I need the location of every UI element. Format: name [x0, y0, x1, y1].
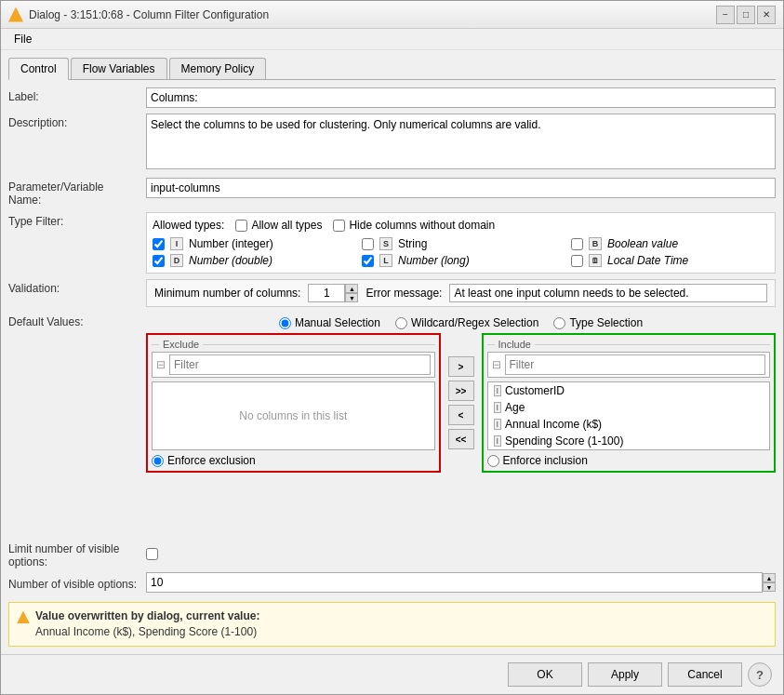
spin-up-button[interactable]: ▲: [345, 284, 358, 293]
include-title-row: Include: [487, 339, 771, 350]
exclude-title: Exclude: [159, 339, 203, 350]
type-string-checkbox[interactable]: [362, 238, 374, 250]
item-label: Spending Score (1-100): [505, 434, 623, 448]
type-string-badge: S: [379, 237, 392, 250]
transfer-buttons: > >> < <<: [445, 333, 478, 473]
wildcard-selection-radio[interactable]: [395, 317, 407, 329]
tab-memory-policy[interactable]: Memory Policy: [169, 58, 267, 79]
type-long-checkbox[interactable]: [362, 255, 374, 267]
param-name-caption: Parameter/Variable Name:: [8, 178, 139, 207]
enforce-inclusion-radio[interactable]: [487, 455, 499, 467]
warning-text-bold: Value overwritten by dialog, current val…: [35, 609, 259, 622]
allow-all-types-checkbox[interactable]: [235, 220, 247, 232]
num-visible-spin-down[interactable]: ▼: [763, 582, 776, 592]
type-double-checkbox[interactable]: [153, 255, 165, 267]
exclude-list[interactable]: No columns in this list: [152, 381, 435, 450]
type-boolean-item[interactable]: B Boolean value: [571, 237, 769, 250]
item-badge: I: [494, 419, 502, 430]
include-filter-row: ⊟: [487, 352, 771, 378]
file-menu[interactable]: File: [8, 31, 37, 47]
list-item[interactable]: IAge: [488, 399, 770, 416]
cancel-button[interactable]: Cancel: [668, 662, 742, 687]
manual-selection-item[interactable]: Manual Selection: [279, 316, 380, 329]
exclude-border: Exclude ⊟ No columns in this list: [146, 333, 441, 473]
minimize-button[interactable]: −: [716, 6, 735, 24]
list-item[interactable]: ICustomerID: [488, 382, 770, 399]
type-string-item[interactable]: S String: [362, 237, 560, 250]
move-all-right-button[interactable]: >>: [448, 381, 474, 401]
type-datetime-item[interactable]: 🗓 Local Date Time: [571, 254, 769, 267]
menu-bar: File: [1, 29, 783, 50]
enforce-exclusion-radio[interactable]: [152, 455, 164, 467]
apply-button[interactable]: Apply: [588, 662, 662, 687]
list-item[interactable]: IAnnual Income (k$): [488, 416, 770, 433]
param-name-row: Parameter/Variable Name:: [8, 178, 776, 207]
type-filter-header: Allowed types: Allow all types Hide colu…: [153, 219, 769, 232]
tab-flow-variables[interactable]: Flow Variables: [71, 58, 167, 79]
wildcard-selection-item[interactable]: Wildcard/Regex Selection: [395, 316, 538, 329]
wildcard-selection-label: Wildcard/Regex Selection: [411, 316, 538, 329]
warning-text-value: Annual Income (k$), Spending Score (1-10…: [35, 625, 257, 638]
min-columns-label: Minimum number of columns:: [154, 287, 300, 300]
tab-control[interactable]: Control: [8, 58, 69, 80]
dialog-content: Control Flow Variables Memory Policy Lab…: [1, 50, 783, 654]
move-left-button[interactable]: <: [448, 405, 474, 425]
exclude-filter-input[interactable]: [169, 354, 431, 375]
type-long-item[interactable]: L Number (long): [362, 254, 560, 267]
type-double-badge: D: [170, 254, 183, 267]
allow-all-types-item[interactable]: Allow all types: [235, 219, 322, 232]
move-all-left-button[interactable]: <<: [448, 429, 474, 449]
type-boolean-checkbox[interactable]: [571, 238, 583, 250]
manual-selection-radio[interactable]: [279, 317, 291, 329]
type-selection-radio[interactable]: [553, 317, 565, 329]
include-filter-input[interactable]: [505, 354, 766, 375]
item-badge: I: [494, 385, 502, 396]
description-textarea[interactable]: [146, 114, 776, 169]
include-title: Include: [495, 339, 535, 350]
param-name-input[interactable]: [146, 178, 776, 198]
type-boolean-badge: B: [589, 237, 602, 250]
hide-without-domain-item[interactable]: Hide columns without domain: [333, 219, 495, 232]
spin-buttons: ▲ ▼: [345, 284, 358, 302]
item-label: Annual Income (k$): [505, 418, 602, 431]
num-visible-row: Number of visible options: ▲ ▼: [8, 572, 776, 593]
limit-visible-row: Limit number of visible options:: [8, 540, 776, 568]
type-integer-checkbox[interactable]: [153, 238, 165, 250]
help-button[interactable]: ?: [748, 662, 772, 687]
min-columns-input[interactable]: [308, 284, 345, 302]
dialog-footer: OK Apply Cancel ?: [1, 654, 783, 694]
type-integer-label: Number (integer): [189, 237, 273, 250]
num-visible-spin-up[interactable]: ▲: [763, 573, 776, 582]
bottom-options: Limit number of visible options: Number …: [8, 540, 776, 593]
item-badge: I: [494, 402, 502, 413]
title-buttons: − □ ✕: [716, 6, 776, 24]
list-item[interactable]: ISpending Score (1-100): [488, 433, 770, 449]
type-filter-caption: Type Filter:: [8, 212, 139, 228]
num-visible-input[interactable]: [146, 572, 763, 593]
type-datetime-checkbox[interactable]: [571, 255, 583, 267]
item-badge: I: [494, 435, 502, 447]
type-double-item[interactable]: D Number (double): [153, 254, 351, 267]
num-visible-spinbox: ▲ ▼: [146, 572, 776, 593]
allowed-types-label: Allowed types:: [153, 219, 224, 232]
label-row: Label:: [8, 87, 776, 108]
maximize-button[interactable]: □: [737, 6, 755, 24]
title-bar-left: Dialog - 3:151:0:68 - Column Filter Conf…: [8, 7, 269, 22]
hide-without-domain-checkbox[interactable]: [333, 220, 345, 232]
include-border: Include ⊟ ICustomerIDIAgeIAnnual Income …: [482, 333, 777, 473]
move-right-button[interactable]: >: [448, 356, 474, 377]
limit-visible-checkbox[interactable]: [146, 548, 158, 560]
spin-down-button[interactable]: ▼: [345, 293, 358, 302]
label-input[interactable]: [146, 87, 776, 108]
ok-button[interactable]: OK: [508, 662, 582, 687]
error-msg-input[interactable]: [449, 284, 767, 302]
type-long-badge: L: [379, 254, 392, 267]
include-list[interactable]: ICustomerIDIAgeIAnnual Income (k$)ISpend…: [487, 381, 771, 450]
label-control: [146, 87, 776, 108]
close-button[interactable]: ✕: [757, 6, 776, 24]
type-selection-label: Type Selection: [569, 316, 643, 329]
type-selection-item[interactable]: Type Selection: [553, 316, 643, 329]
validation-caption: Validation:: [8, 279, 139, 295]
type-integer-item[interactable]: I Number (integer): [153, 237, 351, 250]
default-values-row: Default Values: Manual Selection Wildcar…: [8, 313, 776, 530]
